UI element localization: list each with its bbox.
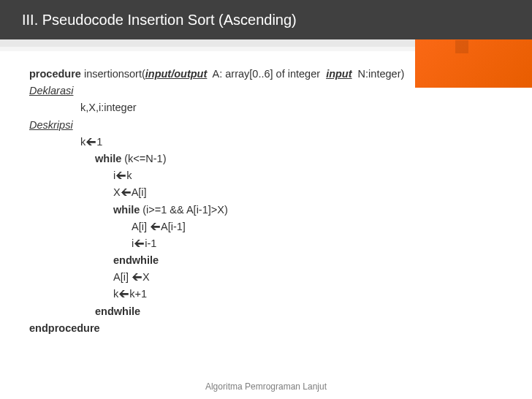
kw-input: input — [326, 68, 352, 80]
code-line-5: k🡨1 — [29, 134, 503, 151]
code-line-14: k🡨k+1 — [29, 286, 503, 303]
kw-while-1: while — [95, 153, 121, 164]
code-line-16: endprocedure — [29, 320, 503, 337]
txt-1b: A: array[0..6] of integer — [207, 68, 326, 80]
code-line-1: procedure insertionsort(input/output A: … — [29, 66, 503, 83]
code-line-11: i🡨i-1 — [29, 235, 503, 252]
kw-procedure: procedure — [29, 68, 81, 80]
code-line-15: endwhile — [29, 303, 503, 320]
kw-input-output: input/output — [145, 68, 208, 80]
slide-title: III. Pseudocode Insertion Sort (Ascendin… — [22, 12, 297, 28]
code-line-7: i🡨k — [29, 167, 503, 184]
slide-header: III. Pseudocode Insertion Sort (Ascendin… — [0, 0, 532, 39]
code-line-9: while (i>=1 && A[i-1]>X) — [29, 202, 503, 218]
txt-1a: insertionsort( — [81, 68, 145, 80]
code-line-2: Deklarasi — [29, 83, 503, 99]
sect-deklarasi: Deklarasi — [29, 85, 73, 96]
code-line-4: Deskripsi — [29, 117, 503, 134]
slide-footer: Algoritma Pemrograman Lanjut — [0, 381, 532, 392]
code-line-13: A[i] 🡨X — [29, 269, 503, 286]
code-line-12: endwhile — [29, 252, 503, 269]
code-line-6: while (k<=N-1) — [29, 151, 503, 167]
code-line-8: X🡨A[i] — [29, 184, 503, 201]
txt-1c: N:integer) — [352, 68, 405, 80]
txt-6: (k<=N-1) — [121, 153, 166, 164]
code-line-10: A[i] 🡨A[i-1] — [29, 218, 503, 235]
kw-while-2: while — [113, 204, 140, 216]
txt-9: (i>=1 && A[i-1]>X) — [140, 204, 228, 216]
code-line-3: k,X,i:integer — [29, 99, 503, 116]
slide-content: procedure insertionsort(input/output A: … — [0, 51, 532, 344]
sect-deskripsi: Deskripsi — [29, 119, 73, 131]
